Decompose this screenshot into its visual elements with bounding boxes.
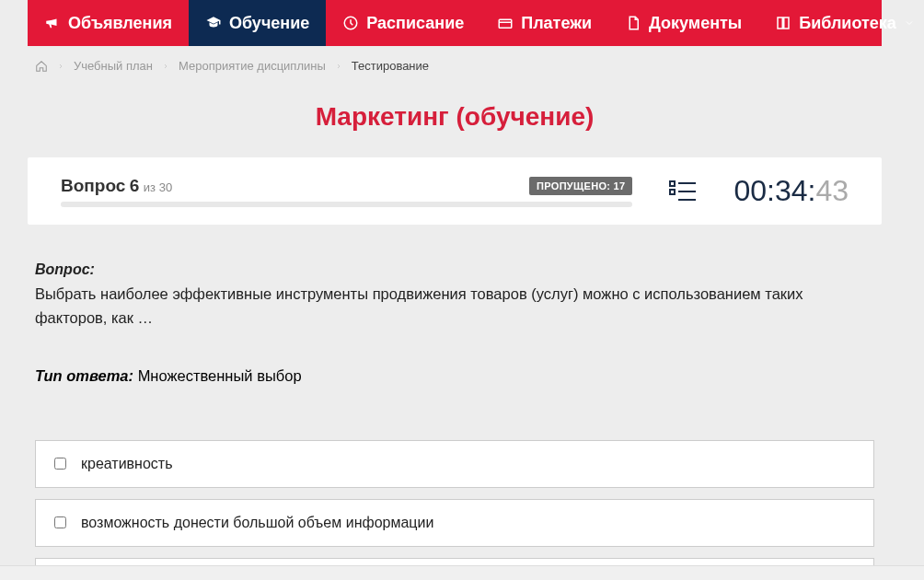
- timer-ms: 43: [815, 174, 849, 208]
- question-text: Выбрать наиболее эффективные инструменты…: [35, 282, 874, 331]
- breadcrumb: Учебный план Мероприятие дисциплины Тест…: [28, 46, 882, 86]
- main-viewport[interactable]: Объявления Обучение Расписание Платежи Д…: [0, 0, 924, 565]
- book-icon: [775, 15, 791, 31]
- page-title: Маркетинг (обучение): [28, 86, 882, 157]
- chevron-down-icon: [904, 17, 915, 29]
- timer-seconds: 34: [775, 174, 808, 208]
- clock-icon: [342, 15, 359, 31]
- breadcrumb-link[interactable]: Мероприятие дисциплины: [179, 59, 326, 73]
- svg-rect-1: [499, 19, 512, 28]
- answer-checkbox[interactable]: [54, 516, 66, 528]
- breadcrumb-link[interactable]: Учебный план: [74, 59, 153, 73]
- graduation-icon: [205, 15, 222, 31]
- answer-text: креативность: [81, 456, 173, 472]
- payment-icon: [497, 15, 514, 31]
- skipped-badge: ПРОПУЩЕНО: 17: [529, 177, 632, 195]
- megaphone-icon: [44, 15, 61, 31]
- question-total: 30: [159, 180, 172, 194]
- answer-text: возможность донести большой объем информ…: [81, 515, 433, 531]
- nav-payments[interactable]: Платежи: [480, 0, 608, 46]
- nav-announcements[interactable]: Объявления: [28, 0, 189, 46]
- question-number: 6: [130, 176, 140, 195]
- answer-type-label: Тип ответа:: [35, 367, 133, 384]
- question-heading: Вопрос:: [35, 261, 874, 278]
- answers-list: креативность возможность донести большой…: [35, 440, 874, 565]
- home-icon[interactable]: [35, 60, 48, 73]
- answer-option[interactable]: креативность: [35, 440, 874, 488]
- question-label: Вопрос: [61, 176, 125, 195]
- document-icon: [625, 15, 641, 31]
- breadcrumb-current: Тестирование: [352, 59, 429, 73]
- nav-education[interactable]: Обучение: [189, 0, 326, 46]
- horizontal-scrollbar[interactable]: [0, 565, 924, 580]
- nav-label: Документы: [649, 14, 742, 33]
- chevron-right-icon: [162, 63, 169, 70]
- chevron-right-icon: [57, 63, 64, 70]
- answer-option[interactable]: возможность донести большой объем информ…: [35, 499, 874, 547]
- answer-checkbox[interactable]: [54, 458, 66, 470]
- of-label: из: [144, 180, 156, 194]
- nav-label: Объявления: [68, 14, 172, 33]
- nav-label: Библиотека: [799, 14, 896, 33]
- question-list-icon[interactable]: [669, 180, 697, 203]
- nav-documents[interactable]: Документы: [608, 0, 758, 46]
- quiz-info-bar: Вопрос 6 из 30 ПРОПУЩЕНО: 17 00:34:43: [28, 157, 882, 225]
- svg-rect-3: [670, 190, 675, 194]
- answer-option[interactable]: [35, 558, 874, 565]
- nav-label: Платежи: [521, 14, 592, 33]
- nav-label: Расписание: [366, 14, 464, 33]
- svg-rect-2: [670, 181, 675, 186]
- timer: 00:34:43: [733, 174, 849, 208]
- answer-type-value: Множественный выбор: [138, 367, 302, 384]
- nav-label: Обучение: [229, 14, 309, 33]
- nav-schedule[interactable]: Расписание: [326, 0, 480, 46]
- chevron-right-icon: [335, 63, 342, 70]
- nav-library[interactable]: Библиотека: [758, 0, 924, 46]
- main-nav: Объявления Обучение Расписание Платежи Д…: [28, 0, 882, 46]
- progress-bar: [61, 202, 632, 207]
- timer-minutes: 00: [733, 174, 767, 208]
